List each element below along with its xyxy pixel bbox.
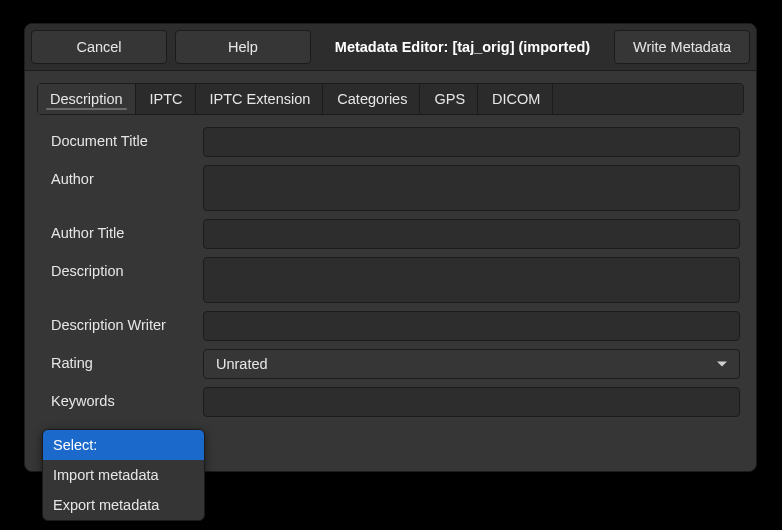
input-author[interactable]: [203, 165, 740, 211]
input-author-title[interactable]: [203, 219, 740, 249]
label-author: Author: [51, 165, 193, 187]
write-metadata-button[interactable]: Write Metadata: [614, 30, 750, 64]
select-rating-value: Unrated: [216, 356, 268, 372]
import-export-popup: Select: Import metadata Export metadata: [42, 429, 205, 521]
form-scroll-area[interactable]: Document Title Author Author Title Descr…: [37, 115, 744, 459]
tab-spacer: [555, 84, 743, 114]
row-author-title: Author Title: [51, 219, 740, 249]
popup-item-export-metadata[interactable]: Export metadata: [43, 490, 204, 520]
help-button[interactable]: Help: [175, 30, 311, 64]
row-author: Author: [51, 165, 740, 211]
tab-bar: Description IPTC IPTC Extension Categori…: [37, 83, 744, 115]
label-description: Description: [51, 257, 193, 279]
label-author-title: Author Title: [51, 219, 193, 241]
tab-iptc[interactable]: IPTC: [138, 84, 196, 114]
chevron-down-icon: [717, 362, 727, 367]
label-keywords: Keywords: [51, 387, 193, 409]
input-description-writer[interactable]: [203, 311, 740, 341]
cancel-button[interactable]: Cancel: [31, 30, 167, 64]
row-description-writer: Description Writer: [51, 311, 740, 341]
row-description: Description: [51, 257, 740, 303]
tab-gps[interactable]: GPS: [422, 84, 478, 114]
row-rating: Rating Unrated: [51, 349, 740, 379]
tab-categories[interactable]: Categories: [325, 84, 420, 114]
row-keywords: Keywords: [51, 387, 740, 417]
popup-item-import-metadata[interactable]: Import metadata: [43, 460, 204, 490]
dialog-body: Description IPTC IPTC Extension Categori…: [25, 71, 756, 471]
dialog-header: Cancel Help Metadata Editor: [taj_orig] …: [25, 24, 756, 71]
select-rating[interactable]: Unrated: [203, 349, 740, 379]
label-rating: Rating: [51, 349, 193, 371]
input-keywords[interactable]: [203, 387, 740, 417]
tab-dicom[interactable]: DICOM: [480, 84, 553, 114]
metadata-editor-dialog: Cancel Help Metadata Editor: [taj_orig] …: [24, 23, 757, 472]
tab-description[interactable]: Description: [38, 84, 136, 114]
dialog-title: Metadata Editor: [taj_orig] (imported): [319, 39, 606, 55]
tab-iptc-extension[interactable]: IPTC Extension: [198, 84, 324, 114]
popup-header: Select:: [43, 430, 204, 460]
input-document-title[interactable]: [203, 127, 740, 157]
label-document-title: Document Title: [51, 127, 193, 149]
row-document-title: Document Title: [51, 127, 740, 157]
input-description[interactable]: [203, 257, 740, 303]
label-description-writer: Description Writer: [51, 311, 193, 333]
